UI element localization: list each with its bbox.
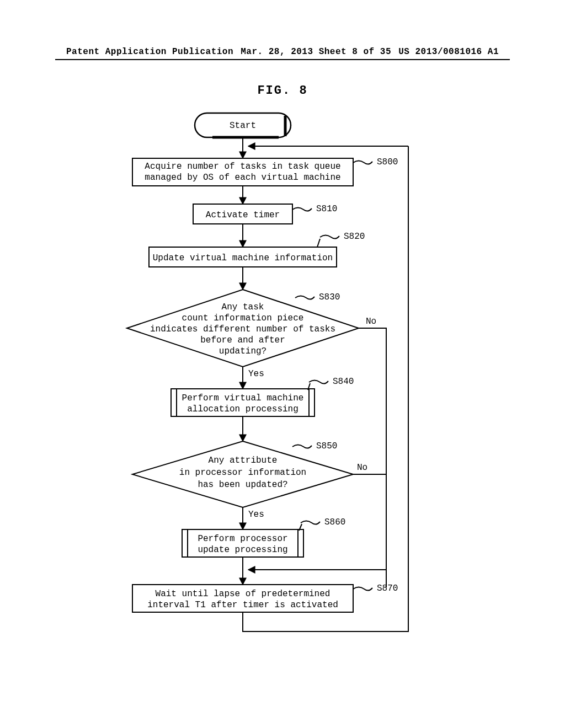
svg-text:Any task: Any task <box>222 302 264 312</box>
svg-text:allocation processing: allocation processing <box>187 404 299 414</box>
svg-text:Activate timer: Activate timer <box>206 210 280 220</box>
step-s860: Perform processor update processing <box>182 529 303 557</box>
svg-text:Wait until lapse of predetermi: Wait until lapse of predetermined <box>156 589 331 599</box>
label-s860: S860 <box>324 517 345 527</box>
start-label: Start <box>230 121 256 131</box>
label-s870: S870 <box>377 584 398 593</box>
label-s820: S820 <box>344 232 365 242</box>
svg-text:managed by OS of each virtual : managed by OS of each virtual machine <box>145 173 340 183</box>
label-s830: S830 <box>319 292 340 302</box>
svg-text:before and after: before and after <box>200 335 285 345</box>
svg-text:Perform processor: Perform processor <box>198 534 287 544</box>
svg-text:Update virtual machine informa: Update virtual machine information <box>153 253 333 263</box>
edge-no-s850: No <box>357 463 367 473</box>
label-s850: S850 <box>316 441 337 451</box>
svg-text:Acquire number of tasks in tas: Acquire number of tasks in task queue <box>145 162 340 172</box>
header-center: Mar. 28, 2013 Sheet 8 of 35 <box>241 47 391 57</box>
edge-no-s830: No <box>366 317 376 326</box>
step-s810: Activate timer <box>193 204 292 224</box>
edge-yes-s830: Yes <box>248 369 264 379</box>
svg-text:update processing: update processing <box>198 545 287 555</box>
step-s840: Perform virtual machine allocation proce… <box>171 389 315 416</box>
header-left: Patent Application Publication <box>66 47 233 57</box>
edge-yes-s850: Yes <box>248 510 264 520</box>
step-s820: Update virtual machine information <box>149 247 337 267</box>
svg-text:in processor information: in processor information <box>179 468 306 478</box>
label-s840: S840 <box>333 377 354 387</box>
flowchart: Start Acquire number of tasks in task qu… <box>99 108 486 714</box>
terminator-start: Start <box>195 113 291 137</box>
step-s800: Acquire number of tasks in task queue ma… <box>132 158 353 186</box>
svg-text:Perform virtual machine: Perform virtual machine <box>182 393 304 403</box>
svg-text:updating?: updating? <box>219 346 266 356</box>
header-divider <box>55 59 510 60</box>
header-right: US 2013/0081016 A1 <box>398 47 499 57</box>
label-s810: S810 <box>316 204 337 214</box>
svg-text:has been updated?: has been updated? <box>198 480 287 490</box>
figure-title: FIG. 8 <box>0 84 565 98</box>
step-s870: Wait until lapse of predetermined interv… <box>132 585 353 612</box>
svg-text:indicates different number of : indicates different number of tasks <box>150 324 335 334</box>
svg-text:count information piece: count information piece <box>182 313 304 323</box>
svg-text:interval T1 after timer is act: interval T1 after timer is activated <box>147 600 338 610</box>
page-header: Patent Application Publication Mar. 28, … <box>0 47 565 57</box>
label-s800: S800 <box>377 157 398 167</box>
svg-line-13 <box>317 239 320 247</box>
svg-text:Any attribute: Any attribute <box>209 456 278 465</box>
